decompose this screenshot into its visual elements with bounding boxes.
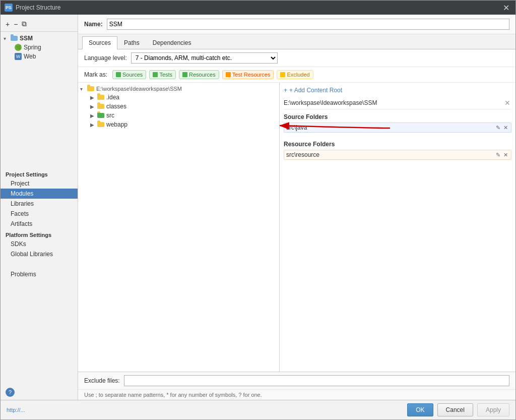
test-resources-badge-icon — [226, 72, 231, 77]
expand-classes-icon: ▶ — [90, 104, 96, 109]
expand-webapp-icon: ▶ — [90, 122, 96, 128]
sidebar-item-artifacts[interactable]: Artifacts — [1, 219, 78, 229]
src-folder-icon — [97, 113, 104, 118]
language-level-select[interactable]: 7 - Diamonds, ARM, multi-catch etc. 8 - … — [131, 52, 278, 64]
sidebar-item-libraries[interactable]: Libraries — [1, 199, 78, 209]
module-toolbar: + − ⧉ — [1, 17, 78, 32]
mark-sources-badge[interactable]: Sources — [112, 70, 146, 79]
project-structure-dialog: PS Project Structure ✕ + − ⧉ ▾ SSM — [0, 0, 516, 420]
copy-module-button[interactable]: ⧉ — [20, 19, 29, 29]
file-tree-classes[interactable]: ▶ classes — [78, 102, 279, 111]
language-level-row: Language level: 7 - Diamonds, ARM, multi… — [78, 49, 515, 67]
expand-arrow-icon: ▾ — [80, 86, 86, 92]
classes-folder-icon — [97, 104, 104, 109]
tab-dependencies[interactable]: Dependencies — [146, 36, 198, 49]
content-panel: Name: Sources Paths Dependencies — [78, 15, 515, 400]
remove-resource-folder-button[interactable]: ✕ — [502, 152, 509, 158]
tabs-bar: Sources Paths Dependencies — [78, 34, 515, 49]
content-root-path: E:\workspase\Ideaworkspase\SSM ✕ — [284, 97, 511, 109]
mark-as-label: Mark as: — [84, 71, 107, 78]
source-folder-entry-src-java: src\java ✎ ✕ — [284, 123, 511, 133]
file-tree-root[interactable]: ▾ E:\workspase\Ideaworkspase\SSM — [78, 85, 279, 93]
remove-source-folder-button[interactable]: ✕ — [502, 125, 509, 131]
file-tree-idea[interactable]: ▶ .idea — [78, 93, 279, 102]
sidebar-item-sdks[interactable]: SDKs — [1, 239, 78, 249]
ok-button[interactable]: OK — [407, 403, 433, 416]
sidebar-item-problems[interactable]: Problems — [1, 269, 78, 279]
mark-as-row: Mark as: Sources Tests Resources — [78, 67, 515, 83]
idea-folder-icon — [97, 95, 104, 100]
close-icon[interactable]: ✕ — [501, 3, 511, 13]
sidebar-item-global-libraries[interactable]: Global Libraries — [1, 249, 78, 259]
dialog-body: + − ⧉ ▾ SSM 🌿 Spring W — [1, 15, 515, 419]
content-root-path-text: E:\workspase\Ideaworkspase\SSM — [284, 99, 377, 106]
add-content-root-row: + + Add Content Root — [284, 87, 511, 94]
resource-folder-path-src-resource: src\resource — [286, 151, 495, 158]
web-icon: W — [15, 53, 22, 60]
mark-tests-badge[interactable]: Tests — [149, 70, 176, 79]
resource-folder-entry-src-resource: src\resource ✎ ✕ — [284, 150, 511, 160]
file-tree: ▾ E:\workspase\Ideaworkspase\SSM ▶ .idea — [78, 83, 279, 372]
sources-tab-content: Language level: 7 - Diamonds, ARM, multi… — [78, 49, 515, 400]
spring-icon: 🌿 — [15, 44, 22, 51]
exclude-files-input[interactable] — [124, 375, 509, 386]
module-tree: ▾ SSM 🌿 Spring W Web — [1, 32, 78, 63]
mark-resources-badge[interactable]: Resources — [179, 70, 219, 79]
tests-badge-icon — [153, 72, 158, 77]
help-icon[interactable]: ? — [6, 388, 15, 397]
sources-badge-icon — [116, 72, 121, 77]
file-tree-pane: ▾ E:\workspase\Ideaworkspase\SSM ▶ .idea — [78, 83, 280, 372]
folders-pane: + + Add Content Root E:\workspase\Ideawo… — [280, 83, 515, 372]
name-label: Name: — [84, 21, 103, 28]
cancel-button[interactable]: Cancel — [437, 403, 473, 416]
webapp-folder-icon — [97, 122, 104, 127]
apply-button[interactable]: Apply — [477, 403, 509, 416]
remove-module-button[interactable]: − — [12, 19, 20, 29]
expand-src-icon: ▶ — [90, 113, 96, 118]
tree-item-ssm[interactable]: ▾ SSM — [1, 34, 78, 43]
edit-source-folder-button[interactable]: ✎ — [495, 125, 501, 131]
bottom-bar: http://... OK Cancel Apply — [1, 400, 515, 419]
expand-idea-icon: ▶ — [90, 95, 96, 100]
name-row: Name: — [78, 15, 515, 34]
main-content: + − ⧉ ▾ SSM 🌿 Spring W — [1, 15, 515, 400]
project-settings-title: Project Settings — [1, 168, 78, 178]
exclude-help-text: Use ; to separate name patterns, * for a… — [78, 389, 515, 400]
mark-excluded-badge[interactable]: Excluded — [277, 70, 313, 79]
file-tree-src[interactable]: ▶ src — [78, 111, 279, 120]
exclude-files-row: Exclude files: — [78, 372, 515, 389]
resource-folder-actions: ✎ ✕ — [495, 152, 509, 158]
language-level-label: Language level: — [84, 54, 127, 62]
add-module-button[interactable]: + — [4, 19, 12, 29]
plus-icon: + — [284, 87, 287, 94]
tree-item-web[interactable]: W Web — [1, 52, 78, 61]
sidebar-item-facets[interactable]: Facets — [1, 209, 78, 219]
content-root-remove-icon[interactable]: ✕ — [503, 99, 511, 107]
mark-test-resources-badge[interactable]: Test Resources — [222, 70, 274, 79]
sidebar-spacer-2 — [1, 259, 78, 269]
title-bar: PS Project Structure ✕ — [1, 1, 515, 15]
tab-paths[interactable]: Paths — [117, 36, 146, 49]
title-bar-text: Project Structure — [16, 4, 501, 11]
file-tree-webapp[interactable]: ▶ webapp — [78, 120, 279, 129]
root-folder-icon — [87, 86, 94, 91]
app-icon: PS — [5, 4, 13, 12]
add-content-root-button[interactable]: + + Add Content Root — [284, 87, 342, 94]
tab-sources[interactable]: Sources — [82, 36, 117, 49]
sidebar-spacer — [1, 63, 78, 168]
sidebar-item-project[interactable]: Project — [1, 178, 78, 189]
help-icon-area: ? — [1, 385, 78, 400]
sidebar-item-modules[interactable]: Modules — [1, 189, 78, 199]
resource-folders-title: Resource Folders — [284, 141, 511, 148]
split-pane: ▾ E:\workspase\Ideaworkspase\SSM ▶ .idea — [78, 83, 515, 372]
exclude-files-label: Exclude files: — [84, 377, 120, 384]
platform-settings-title: Platform Settings — [1, 229, 78, 239]
source-folder-path-src-java: src\java — [286, 124, 495, 131]
source-folder-actions: ✎ ✕ — [495, 125, 509, 131]
edit-resource-folder-button[interactable]: ✎ — [495, 152, 501, 158]
sidebar-bottom-spacer — [1, 279, 78, 385]
tree-item-spring[interactable]: 🌿 Spring — [1, 43, 78, 52]
name-input[interactable] — [107, 19, 509, 30]
source-folders-title: Source Folders — [284, 113, 511, 121]
url-hint: http://... — [7, 407, 403, 413]
